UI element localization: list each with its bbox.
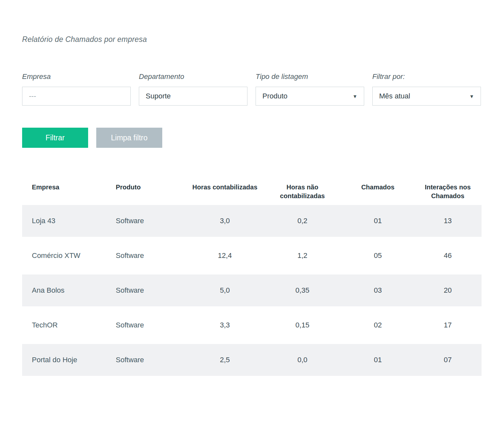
chevron-down-icon: ▼ [352,94,357,99]
cell-chamados: 01 [342,217,414,225]
cell-horas-nao-contabilizadas: 0,15 [263,321,342,329]
cell-horas-nao-contabilizadas: 0,35 [263,286,342,295]
page-title: Relatório de Chamados por empresa [22,35,482,44]
chevron-down-icon: ▼ [469,94,474,99]
cell-interacoes: 20 [414,286,482,295]
filtrar-por-selected-value: Mês atual [379,92,410,100]
tipo-listagem-filter-field: Tipo de listagem Produto ▼ [256,72,364,106]
cell-interacoes: 46 [414,251,482,260]
table-row: Portal do Hoje Software 2,5 0,0 01 07 [22,344,482,376]
cell-chamados: 02 [342,321,414,329]
header-produto: Produto [106,181,187,192]
cell-empresa: Comércio XTW [22,251,106,260]
tipo-listagem-select[interactable]: Produto ▼ [256,87,364,106]
cell-produto: Software [106,286,187,295]
tipo-listagem-filter-label: Tipo de listagem [256,72,364,81]
departamento-filter-label: Departamento [139,72,247,81]
cell-produto: Software [106,356,187,364]
filtrar-por-filter-field: Filtrar por: Mês atual ▼ [372,72,481,106]
header-chamados: Chamados [342,181,414,192]
header-horas-nao-contabilizadas: Horas não contabilizadas [263,181,342,200]
report-page: Relatório de Chamados por empresa Empres… [0,0,504,392]
filtrar-por-select[interactable]: Mês atual ▼ [372,87,481,106]
table-header-row: Empresa Produto Horas contabilizadas Hor… [22,181,482,205]
filtrar-button[interactable]: Filtrar [22,128,88,148]
empresa-filter-input[interactable] [22,87,131,106]
report-table: Empresa Produto Horas contabilizadas Hor… [22,181,482,376]
cell-interacoes: 13 [414,217,482,225]
header-empresa: Empresa [22,181,106,192]
table-body: Loja 43 Software 3,0 0,2 01 13 Comércio … [22,205,482,376]
cell-chamados: 05 [342,251,414,260]
empresa-filter-field: Empresa [22,72,131,106]
cell-interacoes: 17 [414,321,482,329]
cell-horas-contabilizadas: 12,4 [187,251,263,260]
filter-bar: Empresa Departamento Tipo de listagem Pr… [22,72,482,106]
header-horas-contabilizadas: Horas contabilizadas [187,181,263,192]
cell-chamados: 03 [342,286,414,295]
cell-interacoes: 07 [414,356,482,364]
cell-horas-contabilizadas: 5,0 [187,286,263,295]
cell-empresa: Ana Bolos [22,286,106,295]
departamento-filter-field: Departamento [139,72,247,106]
cell-horas-nao-contabilizadas: 0,0 [263,356,342,364]
cell-empresa: Portal do Hoje [22,356,106,364]
filter-actions: Filtrar Limpa filtro [22,128,482,148]
limpa-filtro-button[interactable]: Limpa filtro [96,128,162,148]
cell-horas-nao-contabilizadas: 0,2 [263,217,342,225]
table-row: TechOR Software 3,3 0,15 02 17 [22,309,482,341]
cell-empresa: Loja 43 [22,217,106,225]
table-row: Ana Bolos Software 5,0 0,35 03 20 [22,274,482,306]
cell-horas-nao-contabilizadas: 1,2 [263,251,342,260]
cell-horas-contabilizadas: 3,3 [187,321,263,329]
tipo-listagem-selected-value: Produto [262,92,287,100]
cell-produto: Software [106,217,187,225]
table-row: Comércio XTW Software 12,4 1,2 05 46 [22,240,482,272]
header-interacoes: Interações nos Chamados [414,181,482,200]
cell-produto: Software [106,251,187,260]
table-row: Loja 43 Software 3,0 0,2 01 13 [22,205,482,237]
empresa-filter-label: Empresa [22,72,131,81]
cell-horas-contabilizadas: 3,0 [187,217,263,225]
departamento-filter-input[interactable] [139,87,247,106]
cell-chamados: 01 [342,356,414,364]
filtrar-por-filter-label: Filtrar por: [372,72,481,81]
cell-empresa: TechOR [22,321,106,329]
cell-produto: Software [106,321,187,329]
cell-horas-contabilizadas: 2,5 [187,356,263,364]
